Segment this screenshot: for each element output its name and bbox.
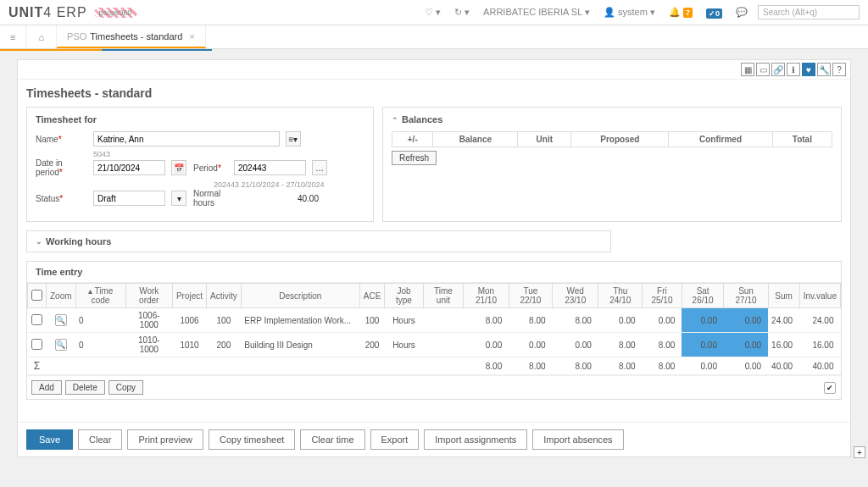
period-range: 202443 21/10/2024 - 27/10/2024 bbox=[214, 180, 364, 189]
home-tab[interactable]: ⌂ bbox=[26, 25, 57, 48]
period-label: Period* bbox=[193, 163, 227, 173]
col-jobtype[interactable]: Job type bbox=[385, 284, 423, 308]
col-sun[interactable]: Sun 27/10 bbox=[724, 284, 768, 308]
tool-help-icon[interactable]: ? bbox=[832, 63, 846, 76]
history-icon[interactable]: ↻ ▾ bbox=[451, 7, 473, 18]
col-proposed: Proposed bbox=[571, 132, 669, 147]
add-panel-icon[interactable]: + bbox=[854, 446, 865, 458]
balances-fieldset: ⌃Balances +/- Balance Unit Proposed Conf… bbox=[382, 107, 842, 222]
status-field[interactable] bbox=[93, 191, 165, 206]
page-title: Timesheets - standard bbox=[18, 80, 850, 107]
select-all-checkbox[interactable] bbox=[31, 290, 42, 301]
save-button[interactable]: Save bbox=[26, 429, 73, 450]
task-icon[interactable]: ✓0 bbox=[703, 8, 726, 18]
col-zoom[interactable]: Zoom bbox=[47, 284, 76, 308]
tool-fav-icon[interactable]: ♥ bbox=[802, 63, 815, 76]
tool-link-icon[interactable]: 🔗 bbox=[771, 63, 785, 76]
table-row[interactable]: 🔍 0 1006-1000 1006 100 ERP Implementatio… bbox=[28, 308, 841, 333]
col-pm: +/- bbox=[392, 132, 433, 147]
working-hours-label: Working hours bbox=[46, 236, 111, 246]
normal-hours-value: 40.00 bbox=[251, 194, 319, 203]
close-icon[interactable]: × bbox=[189, 31, 194, 42]
name-label: Name* bbox=[36, 135, 86, 144]
tool-layout-icon[interactable]: ▦ bbox=[741, 63, 754, 76]
export-button[interactable]: Export bbox=[370, 429, 420, 450]
logo-text: UNIT4 ERP bbox=[8, 5, 87, 20]
totals-row: Σ 8.00 8.00 8.00 8.00 8.00 0.00 0.00 40.… bbox=[28, 357, 841, 375]
name-field[interactable] bbox=[93, 131, 280, 147]
legend-timesheet-for: Timesheet for bbox=[36, 114, 364, 125]
col-workorder[interactable]: Work order bbox=[125, 284, 172, 308]
time-entry-legend: Time entry bbox=[27, 262, 841, 283]
col-timeunit[interactable]: Time unit bbox=[423, 284, 463, 308]
refresh-button[interactable]: Refresh bbox=[392, 151, 437, 165]
working-hours-bar[interactable]: ⌄ Working hours bbox=[26, 230, 611, 252]
normal-hours-label: Normal hours bbox=[193, 189, 244, 208]
tab-bar: ≡ ⌂ PSO Timesheets - standard × bbox=[0, 25, 868, 49]
col-description[interactable]: Description bbox=[241, 284, 359, 308]
col-wed[interactable]: Wed 23/10 bbox=[553, 284, 598, 308]
tab-prefix: PSO bbox=[67, 31, 86, 42]
add-button[interactable]: Add bbox=[31, 380, 62, 395]
user-menu[interactable]: 👤 system ▾ bbox=[600, 7, 659, 18]
import-assignments-button[interactable]: Import assignments bbox=[424, 429, 527, 450]
period-field[interactable] bbox=[234, 160, 306, 175]
import-absences-button[interactable]: Import absences bbox=[532, 429, 623, 450]
chat-icon[interactable]: 💬 bbox=[732, 7, 751, 18]
name-menu-icon[interactable]: ≡▾ bbox=[286, 131, 301, 147]
calendar-icon[interactable]: 📅 bbox=[171, 160, 186, 175]
legend-balances: ⌃Balances bbox=[392, 114, 832, 125]
timesheet-for-fieldset: Timesheet for Name* ≡▾ 5043 Date in peri… bbox=[26, 107, 374, 222]
col-ace[interactable]: ACE bbox=[359, 284, 385, 308]
copy-button[interactable]: Copy bbox=[108, 380, 143, 395]
col-fri[interactable]: Fri 25/10 bbox=[643, 284, 682, 308]
time-entry-section: Time entry Zoom ▴ Time code Work order P… bbox=[26, 261, 842, 400]
clear-time-button[interactable]: Clear time bbox=[300, 429, 364, 450]
col-total: Total bbox=[772, 132, 832, 147]
company-menu[interactable]: ARRIBATEC IBERIA SL ▾ bbox=[480, 7, 593, 18]
check-icon[interactable]: ✔ bbox=[824, 382, 836, 394]
bell-icon[interactable]: 🔔 7 bbox=[665, 7, 696, 18]
col-confirmed: Confirmed bbox=[669, 132, 772, 147]
header-right: ♡ ▾ ↻ ▾ ARRIBATEC IBERIA SL ▾ 👤 system ▾… bbox=[421, 5, 860, 19]
tool-wrench-icon[interactable]: 🔧 bbox=[817, 63, 831, 76]
period-lookup-icon[interactable]: … bbox=[312, 160, 327, 175]
col-thu[interactable]: Thu 24/10 bbox=[598, 284, 643, 308]
name-code: 5043 bbox=[93, 150, 364, 158]
row-checkbox[interactable] bbox=[31, 339, 42, 350]
row-checkbox[interactable] bbox=[31, 314, 42, 325]
col-inv[interactable]: Inv.value bbox=[799, 284, 840, 308]
col-sat[interactable]: Sat 26/10 bbox=[682, 284, 724, 308]
date-field[interactable] bbox=[93, 160, 165, 175]
sigma-icon: Σ bbox=[28, 357, 47, 375]
favorite-icon[interactable]: ♡ ▾ bbox=[421, 7, 444, 18]
print-preview-button[interactable]: Print preview bbox=[127, 429, 203, 450]
search-input[interactable]: Search (Alt+q) bbox=[758, 5, 860, 19]
date-label: Date in period* bbox=[36, 158, 86, 177]
top-header: UNIT4 ERP psops060 ♡ ▾ ↻ ▾ ARRIBATEC IBE… bbox=[0, 0, 868, 25]
col-sum[interactable]: Sum bbox=[768, 284, 799, 308]
table-row[interactable]: 🔍 0 1010-1000 1010 200 Building III Desi… bbox=[28, 333, 841, 357]
copy-timesheet-button[interactable]: Copy timesheet bbox=[209, 429, 295, 450]
zoom-icon[interactable]: 🔍 bbox=[55, 339, 67, 351]
col-timecode[interactable]: ▴ Time code bbox=[75, 284, 125, 308]
col-project[interactable]: Project bbox=[172, 284, 206, 308]
delete-button[interactable]: Delete bbox=[65, 380, 105, 395]
expand-icon[interactable]: ⌄ bbox=[36, 237, 42, 246]
entry-actions: Add Delete Copy bbox=[27, 376, 147, 399]
clear-button[interactable]: Clear bbox=[78, 429, 122, 450]
tab-timesheets[interactable]: PSO Timesheets - standard × bbox=[57, 25, 206, 48]
page-panel: ▦ ▭ 🔗 ℹ ♥ 🔧 ? Timesheets - standard Time… bbox=[17, 59, 851, 457]
tool-screen-icon[interactable]: ▭ bbox=[756, 63, 770, 76]
status-dropdown-icon[interactable]: ▾ bbox=[171, 191, 186, 206]
time-entry-table: Zoom ▴ Time code Work order Project Acti… bbox=[27, 283, 841, 375]
collapse-icon[interactable]: ⌃ bbox=[392, 116, 398, 125]
col-mon[interactable]: Mon 21/10 bbox=[464, 284, 509, 308]
tool-info-icon[interactable]: ℹ bbox=[787, 63, 800, 76]
col-unit: Unit bbox=[518, 132, 571, 147]
logo: UNIT4 ERP psops060 bbox=[8, 5, 137, 20]
zoom-icon[interactable]: 🔍 bbox=[55, 314, 67, 326]
col-activity[interactable]: Activity bbox=[207, 284, 242, 308]
col-tue[interactable]: Tue 22/10 bbox=[509, 284, 552, 308]
menu-icon[interactable]: ≡ bbox=[0, 25, 26, 48]
